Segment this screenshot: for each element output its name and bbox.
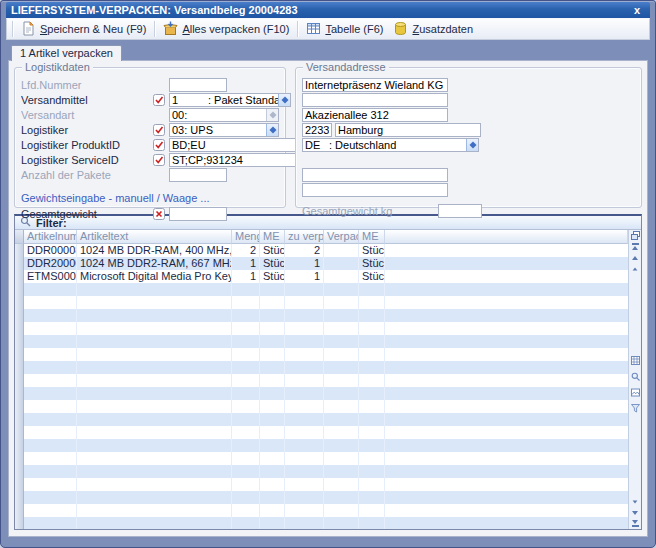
cell-artikeltext[interactable]: 1024 MB DDR-RAM, 400 MHz, PC-3200, Elixi…: [77, 244, 232, 257]
cell-verpackt[interactable]: [324, 491, 359, 504]
cell-me2[interactable]: [359, 322, 385, 335]
cell-menge[interactable]: [232, 296, 260, 309]
dropdown-icon[interactable]: [466, 139, 478, 151]
cell-me2[interactable]: [359, 374, 385, 387]
cell-me2[interactable]: [359, 400, 385, 413]
cell-artikeltext[interactable]: Microsoft Digital Media Pro Keyboard: [77, 270, 232, 283]
cell-artikeltext[interactable]: [77, 361, 232, 374]
cell-artikeltext[interactable]: [77, 478, 232, 491]
cell-zu-verpacken[interactable]: [285, 387, 324, 400]
cell-me[interactable]: Stück: [260, 270, 285, 283]
column-header-verpackt[interactable]: Verpackt: [324, 230, 359, 244]
cell-artikeltext[interactable]: [77, 296, 232, 309]
table-row[interactable]: DDR000081024 MB DDR-RAM, 400 MHz, PC-320…: [15, 244, 628, 257]
cell-me2[interactable]: [359, 491, 385, 504]
gewichtseingabe-link[interactable]: Gewichtseingabe - manuell / Waage ...: [21, 192, 279, 205]
scroll-up-icon[interactable]: [630, 252, 641, 263]
cell-artikeltext[interactable]: [77, 439, 232, 452]
cell-artikelnummer[interactable]: [24, 452, 77, 465]
adresse-land-combo[interactable]: DE: Deutschland: [302, 138, 479, 152]
cell-menge[interactable]: 1: [232, 257, 260, 270]
scroll-up-small-icon[interactable]: [630, 263, 641, 274]
cell-me[interactable]: [260, 413, 285, 426]
cell-zu-verpacken[interactable]: [285, 296, 324, 309]
cell-verpackt[interactable]: [324, 400, 359, 413]
cell-zu-verpacken[interactable]: [285, 361, 324, 374]
cell-artikelnummer[interactable]: [24, 387, 77, 400]
cell-verpackt[interactable]: [324, 517, 359, 529]
cell-me[interactable]: [260, 283, 285, 296]
cell-me[interactable]: [260, 439, 285, 452]
column-header-artikeltext[interactable]: Artikeltext: [77, 230, 232, 244]
cell-artikeltext[interactable]: [77, 348, 232, 361]
cell-zu-verpacken[interactable]: [285, 348, 324, 361]
grid-view-icon[interactable]: [631, 355, 640, 367]
cell-artikeltext[interactable]: [77, 335, 232, 348]
adresse-name2-input[interactable]: [302, 93, 448, 107]
cell-artikelnummer[interactable]: ETMS00003: [24, 270, 77, 283]
cell-artikelnummer[interactable]: [24, 439, 77, 452]
cell-artikelnummer[interactable]: [24, 361, 77, 374]
scroll-down-small-icon[interactable]: [630, 496, 641, 507]
cell-zu-verpacken[interactable]: [285, 335, 324, 348]
cell-me2[interactable]: [359, 439, 385, 452]
cell-artikeltext[interactable]: [77, 413, 232, 426]
cell-verpackt[interactable]: [324, 452, 359, 465]
table-row-empty[interactable]: [15, 413, 628, 426]
cell-me[interactable]: [260, 348, 285, 361]
cell-me2[interactable]: [359, 309, 385, 322]
cell-me[interactable]: [260, 361, 285, 374]
cell-artikelnummer[interactable]: [24, 426, 77, 439]
cell-verpackt[interactable]: [324, 387, 359, 400]
cell-artikeltext[interactable]: [77, 322, 232, 335]
table-row-empty[interactable]: [15, 322, 628, 335]
cell-me[interactable]: [260, 504, 285, 517]
adresse-zusatz2-input[interactable]: [302, 183, 448, 197]
close-icon[interactable]: x: [629, 4, 645, 16]
table-button[interactable]: Tabelle (F6): [301, 19, 388, 39]
cell-verpackt[interactable]: [324, 413, 359, 426]
image-icon[interactable]: [631, 387, 640, 399]
cell-artikeltext[interactable]: [77, 400, 232, 413]
cell-artikeltext[interactable]: [77, 283, 232, 296]
cell-zu-verpacken[interactable]: [285, 439, 324, 452]
cell-zu-verpacken[interactable]: [285, 478, 324, 491]
cell-artikeltext[interactable]: [77, 491, 232, 504]
cell-me[interactable]: [260, 517, 285, 529]
edit-check-icon[interactable]: [153, 154, 169, 166]
cell-verpackt[interactable]: [324, 244, 359, 257]
cell-zu-verpacken[interactable]: [285, 374, 324, 387]
scroll-top-icon[interactable]: [630, 241, 641, 252]
table-row-empty[interactable]: [15, 439, 628, 452]
cell-artikelnummer[interactable]: [24, 335, 77, 348]
cell-me[interactable]: [260, 426, 285, 439]
cell-me2[interactable]: [359, 283, 385, 296]
cell-me2[interactable]: Stück: [359, 270, 385, 283]
cell-artikeltext[interactable]: [77, 426, 232, 439]
cell-zu-verpacken[interactable]: [285, 309, 324, 322]
cell-me2[interactable]: Stück: [359, 257, 385, 270]
edit-check-icon[interactable]: [153, 124, 169, 136]
cell-me2[interactable]: [359, 296, 385, 309]
cell-me2[interactable]: [359, 478, 385, 491]
table-row-empty[interactable]: [15, 374, 628, 387]
cell-verpackt[interactable]: [324, 296, 359, 309]
cell-me[interactable]: [260, 491, 285, 504]
pack-all-button[interactable]: Alles verpacken (F10): [158, 19, 294, 39]
cell-menge[interactable]: [232, 439, 260, 452]
versandmittel-combo[interactable]: 1: Paket Standard: [169, 93, 291, 107]
edit-check-icon[interactable]: [153, 139, 169, 151]
column-header-zu-verpacken[interactable]: zu verpacke: [285, 230, 324, 244]
cell-zu-verpacken[interactable]: 1: [285, 257, 324, 270]
produktid-input[interactable]: [169, 138, 296, 152]
cell-artikelnummer[interactable]: [24, 348, 77, 361]
cell-artikeltext[interactable]: [77, 387, 232, 400]
cell-menge[interactable]: [232, 283, 260, 296]
cell-me[interactable]: [260, 465, 285, 478]
table-row[interactable]: DDR2000081024 MB DDR2-RAM, 667 MHz, PC2-…: [15, 257, 628, 270]
cell-verpackt[interactable]: [324, 257, 359, 270]
dropdown-icon[interactable]: [266, 124, 278, 136]
cell-menge[interactable]: [232, 517, 260, 529]
cell-me2[interactable]: [359, 426, 385, 439]
cell-zu-verpacken[interactable]: [285, 452, 324, 465]
